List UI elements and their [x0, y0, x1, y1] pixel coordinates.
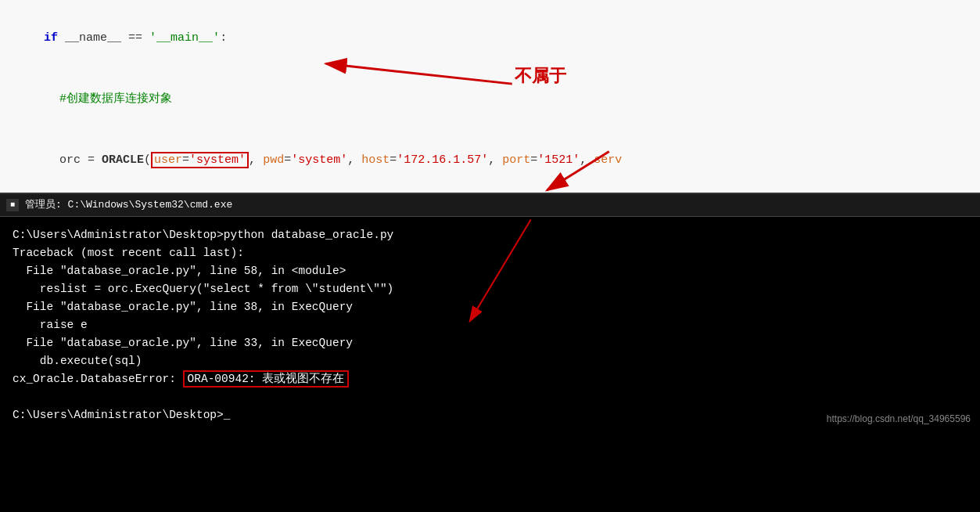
cmd-line-6: raise e	[13, 316, 967, 334]
highlighted-user-param: user='system'	[151, 152, 249, 168]
code-line-1: if __name__ == '__main__':	[16, 8, 964, 69]
cmd-line-4: reslist = orc.ExecQuery("select * from \…	[13, 280, 967, 298]
error-message-box: ORA-00942: 表或视图不存在	[183, 370, 350, 388]
code-editor: if __name__ == '__main__': #创建数据库连接对象 or…	[0, 0, 980, 194]
cmd-line-10	[13, 388, 967, 406]
cmd-line-2: Traceback (most recent call last):	[13, 244, 967, 262]
cmd-titlebar: ■ 管理员: C:\Windows\System32\cmd.exe	[0, 194, 980, 217]
cmd-line-5: File "database_oracle.py", line 38, in E…	[13, 298, 967, 316]
cmd-body: C:\Users\Administrator\Desktop>python da…	[0, 217, 980, 434]
keyword-if: if	[44, 31, 58, 45]
cmd-line-7: File "database_oracle.py", line 33, in E…	[13, 334, 967, 352]
code-line-2: #创建数据库连接对象	[31, 69, 964, 130]
cmd-icon: ■	[6, 199, 19, 211]
code-line-3: orc = ORACLE(user='system', pwd='system'…	[31, 130, 964, 191]
cmd-line-8: db.execute(sql)	[13, 352, 967, 370]
watermark: https://blog.csdn.net/qq_34965596	[827, 410, 971, 427]
annotation-not-belong: 不属于	[515, 64, 566, 88]
cmd-title: 管理员: C:\Windows\System32\cmd.exe	[25, 197, 232, 214]
cmd-line-3: File "database_oracle.py", line 58, in <…	[13, 262, 967, 280]
cmd-line-9: cx_Oracle.DatabaseError: ORA-00942: 表或视图…	[13, 370, 967, 388]
cmd-line-1: C:\Users\Administrator\Desktop>python da…	[13, 226, 967, 244]
cmd-line-11: C:\Users\Administrator\Desktop>_	[13, 406, 967, 424]
cmd-window: ■ 管理员: C:\Windows\System32\cmd.exe C:\Us…	[0, 194, 980, 512]
